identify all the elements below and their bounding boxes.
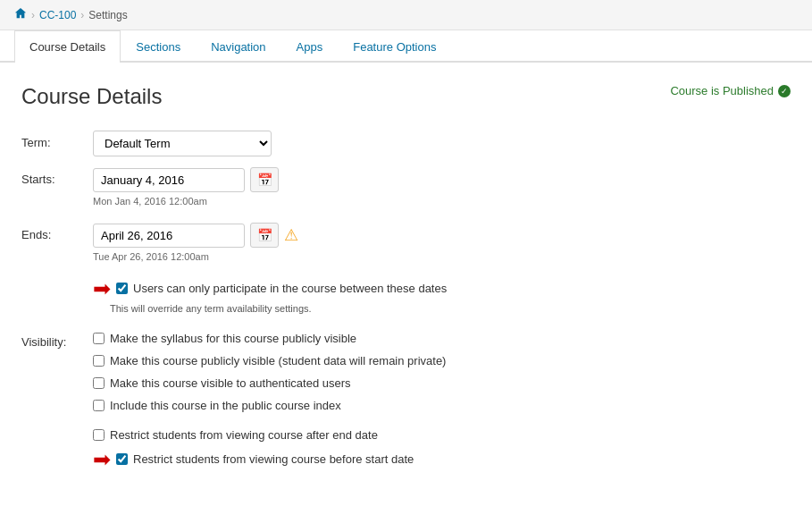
ends-label: Ends:: [21, 223, 93, 241]
ends-row: Ends: 📅 ⚠ Tue Apr 26, 2016 12:00am: [21, 223, 791, 267]
breadcrumb-sep1: ›: [31, 9, 35, 21]
course-public-checkbox[interactable]: [93, 355, 105, 367]
breadcrumb-course[interactable]: CC-100: [39, 9, 76, 21]
page-content: Course Details Course is Published Term:…: [0, 63, 812, 513]
home-icon[interactable]: [14, 7, 27, 22]
restrict-option-0: Restrict students from viewing course af…: [93, 428, 446, 442]
ends-date-input[interactable]: [93, 224, 245, 248]
public-index-label: Include this course in the public course…: [110, 399, 341, 412]
visibility-option-0: Make the syllabus for this course public…: [93, 332, 446, 345]
visibility-row: Visibility: Make the syllabus for this c…: [21, 332, 791, 474]
participate-label: Users can only participate in the course…: [133, 282, 447, 295]
published-label: Course is Published: [670, 84, 774, 97]
participate-checkbox[interactable]: [116, 283, 128, 294]
starts-label: Starts:: [21, 167, 93, 186]
syllabus-public-label: Make the syllabus for this course public…: [110, 332, 356, 345]
ends-control: 📅 ⚠ Tue Apr 26, 2016 12:00am: [93, 223, 791, 267]
visibility-label: Visibility:: [21, 332, 93, 349]
visibility-option-3: Include this course in the public course…: [93, 399, 446, 412]
syllabus-public-checkbox[interactable]: [93, 333, 105, 344]
term-label: Term:: [21, 131, 93, 149]
starts-calendar-button[interactable]: 📅: [250, 167, 279, 192]
ends-date-row: 📅 ⚠: [93, 223, 791, 248]
breadcrumb: › CC-100 › Settings: [0, 0, 812, 30]
page-title: Course Details: [21, 84, 162, 109]
restrict-before-arrow-row: ➡ Restrict students from viewing course …: [93, 449, 446, 470]
ends-calendar-button[interactable]: 📅: [250, 223, 279, 248]
authenticated-label: Make this course visible to authenticate…: [110, 376, 351, 390]
published-icon: [778, 85, 791, 97]
tab-navigation[interactable]: Navigation: [196, 30, 280, 63]
term-row: Term: Default Term: [21, 131, 791, 156]
tab-sections[interactable]: Sections: [121, 30, 196, 63]
restrict-after-checkbox[interactable]: [93, 429, 105, 441]
starts-control: 📅 Mon Jan 4, 2016 12:00am: [93, 167, 791, 212]
tabs-bar: Course Details Sections Navigation Apps …: [0, 30, 812, 63]
starts-row: Starts: 📅 Mon Jan 4, 2016 12:00am: [21, 167, 791, 212]
tab-apps[interactable]: Apps: [281, 30, 339, 63]
breadcrumb-page: Settings: [88, 9, 127, 21]
restrict-before-checkbox[interactable]: [116, 453, 128, 465]
ends-subtitle: Tue Apr 26, 2016 12:00am: [93, 251, 791, 262]
authenticated-checkbox[interactable]: [93, 377, 105, 389]
tab-course-details[interactable]: Course Details: [14, 30, 121, 63]
starts-subtitle: Mon Jan 4, 2016 12:00am: [93, 196, 791, 207]
override-note: This will override any term availability…: [110, 303, 791, 314]
participate-section: ➡ Users can only participate in the cour…: [93, 278, 791, 314]
starts-date-row: 📅: [93, 167, 791, 192]
public-index-checkbox[interactable]: [93, 400, 105, 411]
breadcrumb-sep2: ›: [80, 9, 84, 21]
restrict-before-label: Restrict students from viewing course be…: [133, 452, 414, 466]
published-badge: Course is Published: [670, 84, 791, 97]
visibility-option-2: Make this course visible to authenticate…: [93, 376, 446, 390]
term-select[interactable]: Default Term: [93, 131, 272, 156]
restrict-arrow: ➡: [93, 449, 111, 470]
participate-arrow-row: ➡ Users can only participate in the cour…: [93, 278, 791, 300]
restrict-option-1: Restrict students from viewing course be…: [116, 452, 414, 466]
restrict-after-label: Restrict students from viewing course af…: [110, 428, 378, 442]
page-header-row: Course Details Course is Published: [21, 84, 791, 109]
starts-date-input[interactable]: [93, 168, 245, 192]
restrict-section: Restrict students from viewing course af…: [93, 428, 446, 474]
participate-arrow: ➡: [93, 278, 111, 300]
course-public-label: Make this course publicly visible (stude…: [110, 354, 446, 367]
visibility-option-1: Make this course publicly visible (stude…: [93, 354, 446, 367]
visibility-options: Make the syllabus for this course public…: [93, 332, 446, 474]
term-control: Default Term: [93, 131, 791, 156]
warning-icon: ⚠: [284, 225, 298, 245]
participate-checkbox-row: Users can only participate in the course…: [116, 282, 447, 295]
tab-feature-options[interactable]: Feature Options: [338, 30, 451, 63]
